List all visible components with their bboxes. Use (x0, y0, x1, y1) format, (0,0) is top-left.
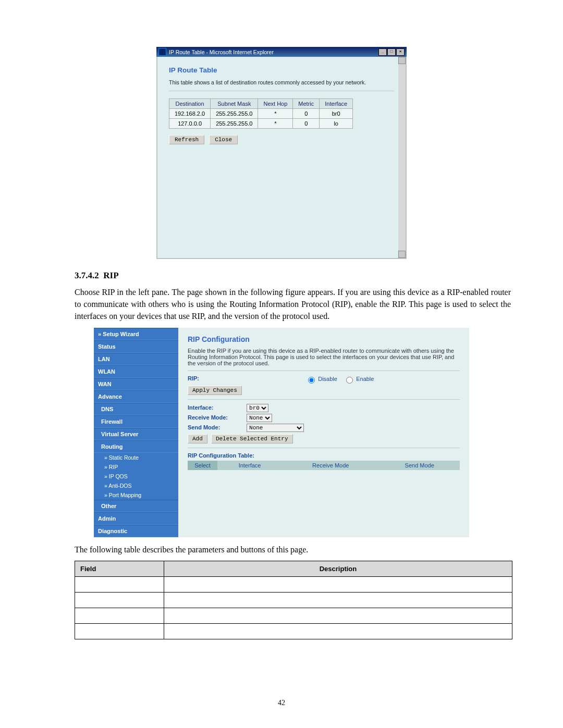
sidebar-item-setup[interactable]: » Setup Wizard (94, 328, 178, 340)
route-heading: IP Route Table (169, 66, 394, 74)
sidebar-item-advance[interactable]: Advance (94, 390, 178, 403)
enable-label: Enable (356, 375, 374, 381)
table-row: 192.168.2.0 255.255.255.0 * 0 br0 (169, 109, 353, 119)
sidebar-item-firewall[interactable]: Firewall (94, 415, 178, 428)
sidebar-item-routing[interactable]: Routing (94, 440, 178, 453)
receive-label: Receive Mode: (188, 414, 245, 421)
table-row (75, 623, 512, 639)
sidebar-item-rip[interactable]: » RIP (94, 462, 178, 472)
route-description: This table shows a list of destination r… (169, 79, 394, 85)
window-title: IP Route Table - Microsoft Internet Expl… (169, 49, 274, 55)
divider (188, 371, 460, 371)
scrollbar[interactable] (398, 57, 406, 258)
rip-label: RIP: (188, 375, 245, 381)
send-label: Send Mode: (188, 424, 245, 430)
table-row (75, 576, 512, 592)
receive-select[interactable]: None (247, 414, 272, 422)
ie-icon (158, 48, 166, 56)
radio-enable[interactable] (346, 377, 353, 384)
sidebar-item-portmapping[interactable]: » Port Mapping (94, 490, 178, 500)
interface-label: Interface: (188, 404, 245, 411)
sidebar-item-other[interactable]: Other (94, 500, 178, 512)
col-description: Description (164, 561, 512, 576)
col-nexthop: Next Hop (258, 99, 293, 109)
admin-main: RIP Configuration Enable the RIP if you … (178, 328, 469, 537)
admin-description: Enable the RIP if you are using this dev… (188, 348, 460, 366)
col-send: Send Mode (379, 461, 460, 470)
section-heading: 3.7.4.2 RIP (75, 270, 511, 281)
maximize-button[interactable]: □ (387, 48, 396, 56)
page-number: 42 (0, 699, 563, 707)
divider (188, 399, 460, 400)
divider (169, 91, 394, 91)
router-admin: » Setup Wizard Status LAN WLAN WAN Advan… (94, 328, 469, 537)
col-field: Field (75, 561, 164, 576)
window-body: IP Route Table This table shows a list o… (156, 57, 407, 259)
window-titlebar: IP Route Table - Microsoft Internet Expl… (156, 47, 407, 57)
admin-heading: RIP Configuration (188, 335, 460, 343)
ie-window: IP Route Table - Microsoft Internet Expl… (156, 47, 407, 259)
col-metric: Metric (293, 99, 320, 109)
scroll-down-icon[interactable] (398, 251, 406, 258)
interface-select[interactable]: br0 (247, 404, 268, 412)
col-subnet: Subnet Mask (211, 99, 258, 109)
divider (188, 448, 460, 448)
conf-table: Select Interface Receive Mode Send Mode (188, 461, 460, 470)
delete-button[interactable]: Delete Selected Entry (211, 434, 293, 443)
close-button[interactable]: × (396, 48, 405, 56)
disable-label: Disable (318, 375, 337, 381)
col-select: Select (188, 461, 217, 470)
refresh-button[interactable]: Refresh (169, 135, 204, 144)
desc-intro: The following table describes the parame… (75, 544, 511, 556)
table-row (75, 608, 512, 623)
table-row: 127.0.0.0 255.255.255.0 * 0 lo (169, 119, 353, 129)
sidebar-item-static-route[interactable]: » Static Route (94, 453, 178, 462)
sidebar-item-admin[interactable]: Admin (94, 512, 178, 525)
minimize-button[interactable]: _ (378, 48, 387, 56)
sidebar-item-dns[interactable]: DNS (94, 403, 178, 415)
close-window-button[interactable]: Close (209, 135, 238, 144)
col-receive: Receive Mode (282, 461, 379, 470)
sidebar-item-ipqos[interactable]: » IP QOS (94, 472, 178, 481)
conf-table-label: RIP Configuration Table: (188, 452, 254, 459)
sidebar: » Setup Wizard Status LAN WLAN WAN Advan… (94, 328, 178, 537)
section-paragraph: Choose RIP in the left pane. The page sh… (75, 286, 511, 323)
sidebar-item-antidos[interactable]: » Anti-DOS (94, 481, 178, 490)
route-table: Destination Subnet Mask Next Hop Metric … (169, 98, 353, 129)
apply-changes-button[interactable]: Apply Changes (188, 386, 242, 395)
add-button[interactable]: Add (188, 434, 207, 443)
sidebar-item-status[interactable]: Status (94, 340, 178, 353)
description-table: Field Description (75, 561, 512, 639)
sidebar-item-diagnostic[interactable]: Diagnostic (94, 525, 178, 537)
sidebar-item-virtualserver[interactable]: Virtual Server (94, 428, 178, 440)
scroll-up-icon[interactable] (398, 57, 406, 64)
col-interface: Interface (320, 99, 353, 109)
col-destination: Destination (169, 99, 211, 109)
radio-disable[interactable] (308, 377, 315, 384)
col-interface: Interface (217, 461, 282, 470)
sidebar-item-wlan[interactable]: WLAN (94, 365, 178, 378)
table-row (75, 592, 512, 608)
sidebar-item-wan[interactable]: WAN (94, 378, 178, 390)
sidebar-item-lan[interactable]: LAN (94, 353, 178, 365)
send-select[interactable]: None (247, 424, 304, 432)
